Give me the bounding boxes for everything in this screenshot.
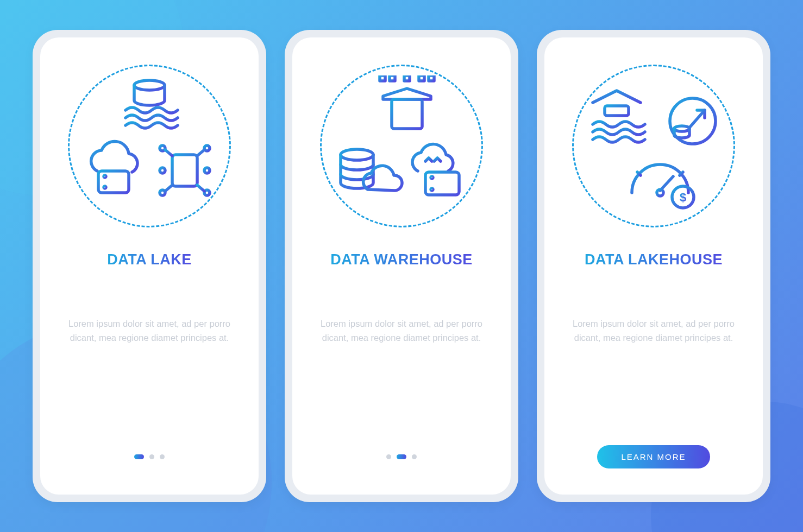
screen-title: DATA WAREHOUSE	[330, 251, 473, 268]
illustration-circle	[320, 65, 483, 227]
svg-point-42	[431, 188, 433, 191]
data-lake-illustration	[79, 75, 220, 217]
page-dot-1[interactable]	[386, 454, 391, 459]
svg-line-15	[197, 150, 204, 156]
phone-frame-2: DATA WAREHOUSE Lorem ipsum dolor sit ame…	[285, 30, 518, 502]
page-indicator[interactable]	[134, 454, 165, 459]
svg-point-52	[657, 189, 663, 196]
cost-gauge-icon: $	[632, 164, 694, 208]
svg-line-17	[197, 185, 204, 191]
svg-point-36	[341, 149, 373, 160]
page-dot-1[interactable]	[134, 454, 144, 459]
screen-description: Lorem ipsum dolor sit amet, ad per porro…	[317, 317, 486, 345]
svg-rect-25	[404, 75, 410, 81]
data-warehouse-illustration	[331, 75, 472, 217]
screen-description: Lorem ipsum dolor sit amet, ad per porro…	[65, 317, 234, 345]
page-dot-3[interactable]	[412, 454, 417, 459]
svg-line-16	[165, 185, 172, 191]
svg-rect-45	[605, 106, 629, 116]
svg-text:$: $	[680, 191, 686, 204]
phone-frame-3: $ DATA LAKEHOUSE Lorem ipsum dolor sit a…	[537, 30, 770, 502]
svg-point-0	[134, 80, 165, 90]
svg-rect-31	[392, 99, 422, 129]
data-lakehouse-illustration: $	[583, 75, 724, 217]
database-waves-icon	[126, 80, 178, 128]
svg-rect-5	[172, 155, 197, 186]
svg-point-3	[104, 175, 106, 178]
svg-line-14	[165, 150, 172, 156]
onboarding-screen-2[interactable]: DATA WAREHOUSE Lorem ipsum dolor sit ame…	[292, 37, 511, 495]
svg-point-4	[104, 186, 106, 188]
learn-more-button[interactable]: LEARN MORE	[597, 445, 710, 468]
onboarding-carousel: DATA LAKE Lorem ipsum dolor sit amet, ad…	[33, 30, 770, 502]
network-server-icon	[160, 145, 210, 195]
page-dot-3[interactable]	[160, 454, 165, 459]
page-dot-2[interactable]	[149, 454, 154, 459]
page-dot-2[interactable]	[397, 454, 406, 459]
screen-title: DATA LAKEHOUSE	[585, 251, 723, 268]
house-waves-icon	[593, 91, 645, 142]
illustration-circle	[68, 65, 231, 227]
svg-point-47	[674, 126, 689, 131]
onboarding-screen-3[interactable]: $ DATA LAKEHOUSE Lorem ipsum dolor sit a…	[544, 37, 763, 495]
screen-description: Lorem ipsum dolor sit amet, ad per porro…	[569, 317, 738, 345]
phone-frame-1: DATA LAKE Lorem ipsum dolor sit amet, ad…	[33, 30, 266, 502]
growth-circle-icon	[670, 98, 716, 144]
warehouse-network-icon	[380, 75, 434, 129]
illustration-circle: $	[572, 65, 735, 227]
database-cloud-icon	[341, 149, 402, 191]
cloud-server-icon	[91, 141, 137, 193]
screen-title: DATA LAKE	[107, 251, 191, 268]
onboarding-screen-1[interactable]: DATA LAKE Lorem ipsum dolor sit amet, ad…	[40, 37, 259, 495]
svg-point-41	[431, 176, 433, 179]
cloud-upload-server-icon	[412, 144, 459, 195]
page-indicator[interactable]	[386, 454, 417, 459]
